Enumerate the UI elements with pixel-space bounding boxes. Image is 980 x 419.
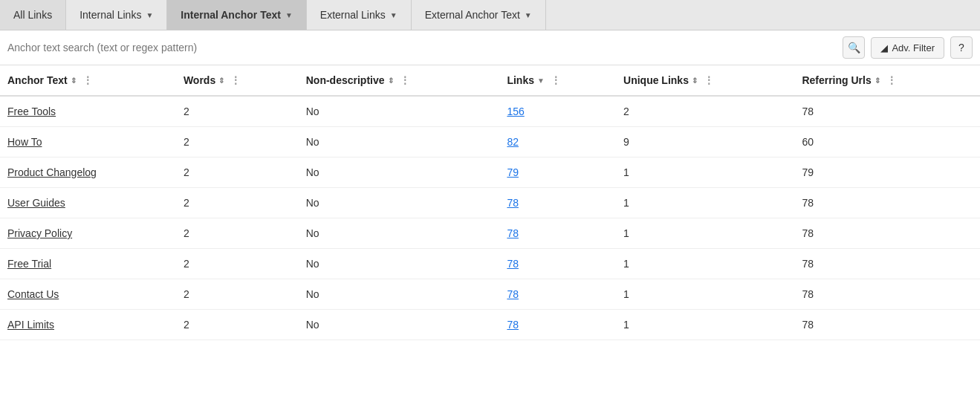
cell-non-descriptive-3: No — [299, 188, 500, 218]
cell-non-descriptive-4: No — [299, 218, 500, 249]
links-count-link-6[interactable]: 78 — [507, 288, 519, 300]
cell-links-5: 78 — [499, 249, 616, 279]
links-count-link-2[interactable]: 79 — [507, 166, 519, 178]
col-menu-icon-unique-links[interactable]: ⋮ — [704, 74, 714, 86]
cell-non-descriptive-1: No — [299, 127, 500, 157]
tab-all-links[interactable]: All Links — [0, 0, 66, 30]
cell-links-6: 78 — [499, 279, 616, 310]
col-label-anchor-text: Anchor Text — [7, 74, 68, 86]
col-menu-icon-links[interactable]: ⋮ — [551, 74, 561, 86]
cell-referring-urls-2: 79 — [794, 157, 980, 188]
anchor-text-link-4[interactable]: Privacy Policy — [7, 227, 72, 239]
search-button[interactable]: 🔍 — [843, 36, 865, 59]
cell-referring-urls-1: 60 — [794, 127, 980, 157]
sort-icon-links: ▼ — [537, 77, 545, 85]
col-label-unique-links: Unique Links — [623, 74, 689, 86]
anchor-text-link-7[interactable]: API Limits — [7, 319, 54, 331]
cell-referring-urls-7: 78 — [794, 310, 980, 340]
links-count-link-5[interactable]: 78 — [507, 258, 519, 270]
tab-external-links[interactable]: External Links▼ — [307, 0, 412, 30]
cell-links-4: 78 — [499, 218, 616, 249]
anchor-text-link-0[interactable]: Free Tools — [7, 105, 56, 117]
tab-internal-links[interactable]: Internal Links▼ — [66, 0, 167, 30]
links-count-link-7[interactable]: 78 — [507, 319, 519, 331]
tab-label-internal-links: Internal Links — [79, 9, 141, 21]
cell-links-2: 79 — [499, 157, 616, 188]
cell-anchor-text-7: API Limits — [0, 310, 176, 340]
cell-anchor-text-1: How To — [0, 127, 176, 157]
cell-words-2: 2 — [176, 157, 299, 188]
col-header-unique-links[interactable]: Unique Links⇕⋮ — [616, 65, 794, 96]
cell-unique-links-1: 9 — [616, 127, 794, 157]
cell-words-4: 2 — [176, 218, 299, 249]
cell-non-descriptive-6: No — [299, 279, 500, 310]
anchor-text-link-2[interactable]: Product Changelog — [7, 166, 97, 178]
sort-icon-referring-urls: ⇕ — [874, 77, 880, 85]
col-label-links: Links — [507, 74, 534, 86]
cell-links-1: 82 — [499, 127, 616, 157]
links-count-link-3[interactable]: 78 — [507, 197, 519, 209]
search-bar: 🔍 ◢ Adv. Filter ? — [0, 30, 980, 65]
cell-unique-links-4: 1 — [616, 218, 794, 249]
cell-anchor-text-5: Free Trial — [0, 249, 176, 279]
cell-unique-links-7: 1 — [616, 310, 794, 340]
table-row: How To2No82960 — [0, 127, 980, 157]
table-row: User Guides2No78178 — [0, 188, 980, 218]
links-count-link-1[interactable]: 82 — [507, 136, 519, 148]
cell-referring-urls-6: 78 — [794, 279, 980, 310]
col-header-referring-urls[interactable]: Referring Urls⇕⋮ — [794, 65, 980, 96]
anchor-text-link-1[interactable]: How To — [7, 136, 42, 148]
cell-words-3: 2 — [176, 188, 299, 218]
data-table: Anchor Text⇕⋮Words⇕⋮Non-descriptive⇕⋮Lin… — [0, 65, 980, 340]
col-header-words[interactable]: Words⇕⋮ — [176, 65, 299, 96]
chevron-down-icon: ▼ — [146, 11, 153, 19]
table-row: Free Tools2No156278 — [0, 96, 980, 127]
col-menu-icon-non-descriptive[interactable]: ⋮ — [400, 74, 410, 86]
col-menu-icon-words[interactable]: ⋮ — [230, 74, 241, 86]
chevron-down-icon: ▼ — [525, 11, 532, 19]
cell-referring-urls-3: 78 — [794, 188, 980, 218]
table-header: Anchor Text⇕⋮Words⇕⋮Non-descriptive⇕⋮Lin… — [0, 65, 980, 96]
anchor-text-link-3[interactable]: User Guides — [7, 197, 65, 209]
links-count-link-4[interactable]: 78 — [507, 227, 519, 239]
cell-unique-links-3: 1 — [616, 188, 794, 218]
cell-links-3: 78 — [499, 188, 616, 218]
adv-filter-button[interactable]: ◢ Adv. Filter — [871, 37, 944, 59]
sort-icon-anchor-text: ⇕ — [71, 77, 77, 85]
table-body: Free Tools2No156278How To2No82960Product… — [0, 96, 980, 340]
col-menu-icon-anchor-text[interactable]: ⋮ — [82, 74, 93, 86]
anchor-text-link-6[interactable]: Contact Us — [7, 288, 59, 300]
cell-non-descriptive-5: No — [299, 249, 500, 279]
sort-icon-words: ⇕ — [218, 77, 224, 85]
help-label: ? — [958, 42, 964, 53]
sort-icon-non-descriptive: ⇕ — [388, 77, 394, 85]
table-row: API Limits2No78178 — [0, 310, 980, 340]
cell-non-descriptive-0: No — [299, 96, 500, 127]
col-menu-icon-referring-urls[interactable]: ⋮ — [886, 74, 897, 86]
sort-icon-unique-links: ⇕ — [692, 77, 698, 85]
tab-internal-anchor-text[interactable]: Internal Anchor Text▼ — [167, 0, 306, 30]
search-input[interactable] — [7, 42, 837, 53]
table-container: Anchor Text⇕⋮Words⇕⋮Non-descriptive⇕⋮Lin… — [0, 65, 980, 340]
table-row: Privacy Policy2No78178 — [0, 218, 980, 249]
cell-unique-links-2: 1 — [616, 157, 794, 188]
cell-anchor-text-0: Free Tools — [0, 96, 176, 127]
cell-unique-links-6: 1 — [616, 279, 794, 310]
tab-external-anchor-text[interactable]: External Anchor Text▼ — [412, 0, 546, 30]
links-count-link-0[interactable]: 156 — [507, 105, 524, 117]
col-header-non-descriptive[interactable]: Non-descriptive⇕⋮ — [299, 65, 500, 96]
adv-filter-label: Adv. Filter — [892, 42, 935, 53]
table-row: Product Changelog2No79179 — [0, 157, 980, 188]
search-icon: 🔍 — [848, 42, 860, 53]
cell-referring-urls-4: 78 — [794, 218, 980, 249]
col-header-links[interactable]: Links▼⋮ — [499, 65, 616, 96]
help-button[interactable]: ? — [950, 36, 973, 59]
cell-words-1: 2 — [176, 127, 299, 157]
cell-anchor-text-2: Product Changelog — [0, 157, 176, 188]
tabs-container: All LinksInternal Links▼Internal Anchor … — [0, 0, 980, 30]
cell-non-descriptive-7: No — [299, 310, 500, 340]
cell-links-0: 156 — [499, 96, 616, 127]
cell-unique-links-5: 1 — [616, 249, 794, 279]
col-header-anchor-text[interactable]: Anchor Text⇕⋮ — [0, 65, 176, 96]
anchor-text-link-5[interactable]: Free Trial — [7, 258, 51, 270]
